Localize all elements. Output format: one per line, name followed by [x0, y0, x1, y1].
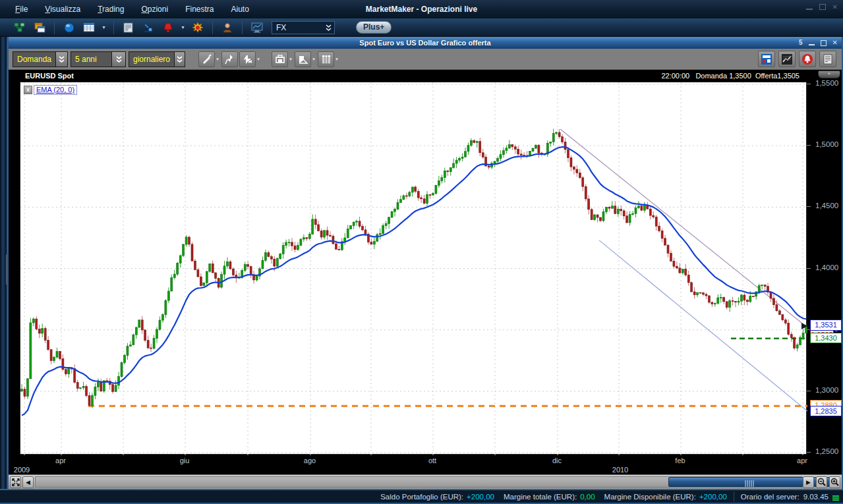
close-icon[interactable]: ✕: [832, 4, 838, 11]
close-icon[interactable]: ✕: [832, 38, 838, 47]
chart-window: Spot Euro vs US Dollar Grafico offerta 5…: [7, 37, 843, 489]
ema-label-text[interactable]: EMA (20, 0): [34, 85, 77, 95]
x-axis-month-label: ott: [428, 457, 436, 464]
saldo-label: Saldo Portafoglio (EUR):: [380, 493, 463, 501]
restore-icon[interactable]: [819, 4, 826, 10]
y-axis-tick: [807, 452, 811, 453]
quote-board-icon[interactable]: [758, 51, 775, 67]
chevron-double-down-icon[interactable]: [55, 52, 67, 67]
fx-select[interactable]: FX: [272, 21, 335, 34]
price-chart-icon[interactable]: [778, 51, 796, 67]
bid-value: 1,3500: [729, 72, 751, 80]
rollup-icon[interactable]: 5: [799, 38, 803, 47]
minimize-icon[interactable]: [806, 4, 813, 10]
frequency-value: giornaliero: [129, 52, 174, 67]
chart-type-dropdown-icon[interactable]: ▾: [311, 51, 316, 67]
x-axis-year-label: 2009: [14, 466, 30, 474]
draw-line-dropdown-icon[interactable]: ▾: [215, 51, 220, 67]
print-icon[interactable]: [272, 51, 288, 67]
collapse-panel-button[interactable]: ^: [818, 70, 840, 78]
menu-file[interactable]: File: [7, 0, 36, 18]
frequency-dropdown[interactable]: giornaliero: [129, 51, 185, 67]
scroll-left-icon[interactable]: ◀: [22, 476, 34, 488]
scrollbar-track[interactable]: [35, 476, 802, 488]
candlestick-plot[interactable]: x EMA (20, 0): [20, 82, 807, 455]
cascade-windows-icon[interactable]: [32, 20, 47, 35]
y-axis-tick: [807, 206, 811, 207]
x-axis-month-label: giu: [180, 457, 190, 464]
chart-canvas: [20, 82, 807, 455]
y-axis-tick-label: 1,5500: [815, 79, 838, 87]
pushpin-icon[interactable]: [221, 51, 238, 67]
table-grid-dropdown-icon[interactable]: ▾: [334, 51, 339, 67]
hand-cursor-dropdown-icon[interactable]: ▾: [256, 51, 261, 67]
user-icon[interactable]: [219, 20, 235, 35]
alert-bell-icon[interactable]: [799, 51, 816, 67]
period-value: 5 anni: [71, 52, 111, 67]
microscope-icon[interactable]: [140, 20, 156, 35]
bid-label: Domanda: [695, 72, 727, 80]
sphere-icon[interactable]: [61, 20, 77, 35]
workspace: Spot Euro vs US Dollar Grafico offerta 5…: [0, 37, 843, 489]
y-axis-tick-label: 1,5000: [815, 140, 838, 148]
minimize-icon[interactable]: [809, 40, 815, 45]
zoom-out-icon[interactable]: [816, 476, 827, 488]
y-axis-tick: [807, 391, 811, 391]
x-axis-month-label: dic: [552, 457, 562, 464]
news-icon[interactable]: [121, 20, 136, 35]
y-axis-tick: [807, 145, 811, 146]
menu-aiuto[interactable]: Aiuto: [223, 0, 258, 18]
chart-area: EURUSD Spot 22:00:00 Domanda 1,3500 Offe…: [9, 70, 842, 474]
toolbar-separator: [242, 21, 243, 34]
chevron-double-down-icon[interactable]: [111, 52, 125, 67]
y-axis-tick-label: 1,4000: [815, 264, 838, 271]
chart-window-title: Spot Euro vs US Dollar Grafico offerta: [359, 39, 490, 47]
print-dropdown-icon[interactable]: ▾: [288, 51, 293, 67]
ema-indicator-label: x EMA (20, 0): [24, 85, 77, 95]
connection-status-icon: [832, 493, 839, 501]
chevron-double-down-icon[interactable]: [174, 52, 185, 67]
data-grid-icon[interactable]: [81, 20, 97, 35]
trendline-end-axis-label: 1,2835: [810, 406, 842, 416]
scroll-right-icon[interactable]: ▶: [803, 476, 814, 488]
period-dropdown[interactable]: 5 anni: [71, 51, 126, 67]
ask-value: Offerta1,3505: [755, 72, 799, 80]
expand-chart-icon[interactable]: [10, 476, 21, 488]
tree-structure-icon[interactable]: [12, 20, 28, 35]
marketmaker-app: FileVisualizzaTradingOpzioniFinestraAiut…: [0, 0, 843, 504]
remove-indicator-icon[interactable]: x: [24, 86, 32, 94]
margine-label: Margine totale (EUR):: [504, 493, 577, 501]
promo-tag-icon[interactable]: [190, 20, 206, 35]
menu-trading[interactable]: Trading: [89, 0, 132, 18]
y-axis-tick-label: 1,2500: [815, 447, 838, 455]
news-icon[interactable]: [819, 51, 836, 67]
maximize-icon[interactable]: [821, 40, 827, 46]
zoom-in-icon[interactable]: [829, 476, 840, 488]
price-side-dropdown[interactable]: Domanda: [13, 51, 68, 67]
x-axis-month-label: apr: [797, 457, 807, 464]
alert-bell-icon[interactable]: [160, 20, 176, 35]
menu-visualizza[interactable]: Visualizza: [36, 0, 89, 18]
margine-value: 0,00: [580, 493, 595, 501]
plus-button[interactable]: Plus+: [356, 21, 392, 34]
toolbar-separator: [113, 21, 114, 34]
symbol-label: EURUSD Spot: [25, 72, 74, 80]
chart-type-icon[interactable]: [295, 51, 311, 67]
y-axis-tick-label: 1,4500: [815, 202, 838, 210]
draw-line-icon[interactable]: [198, 51, 215, 67]
hand-cursor-icon[interactable]: [239, 51, 256, 67]
menu-opzioni[interactable]: Opzioni: [132, 0, 177, 18]
x-axis-month-label: apr: [55, 457, 66, 464]
chart-window-titlebar[interactable]: Spot Euro vs US Dollar Grafico offerta 5…: [9, 37, 842, 49]
menu-finestra[interactable]: Finestra: [177, 0, 222, 18]
fx-select-value: FX: [276, 23, 286, 32]
statusbar-separator: [734, 491, 734, 502]
support-level-axis-label: 1,3430: [810, 333, 842, 343]
server-time-label: Orario del server:: [741, 493, 799, 501]
grid-dropdown-icon[interactable]: ▾: [101, 20, 107, 35]
thumb-grip: [745, 480, 754, 487]
table-grid-icon[interactable]: [318, 51, 334, 67]
monitor-icon[interactable]: [249, 20, 265, 35]
chevron-double-down-icon: [322, 22, 334, 34]
bell-dropdown-icon[interactable]: ▾: [180, 20, 186, 35]
